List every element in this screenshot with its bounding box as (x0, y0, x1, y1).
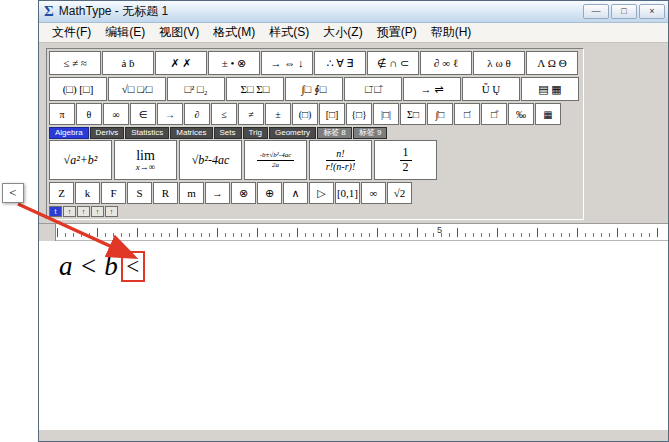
fraction-numerator: 1 (400, 146, 412, 161)
menu-item[interactable]: 预置(P) (370, 22, 424, 43)
template-label: √a²+b² (64, 153, 98, 168)
symbol-button[interactable]: F (101, 182, 126, 204)
symbol-button[interactable]: θ (76, 103, 102, 125)
toolbar-tab[interactable]: Algebra (49, 127, 89, 139)
symbol-button[interactable]: m (179, 182, 204, 204)
palette-button[interactable]: Λ Ω Θ (526, 51, 578, 75)
palette-button[interactable]: ∫□ ∮□ (285, 77, 343, 101)
palette-button[interactable]: → ⇔ ↓ (261, 51, 313, 75)
symbol-button[interactable]: ⊗ (231, 182, 256, 204)
symbol-button[interactable]: [0,1] (335, 182, 360, 204)
template-button-combination[interactable]: n! r!(n-r)! (309, 140, 372, 180)
ruler-origin-box[interactable] (39, 224, 56, 241)
palette-button[interactable]: ▤ ▦ (521, 77, 579, 101)
fraction-numerator: -b±√b²-4ac (257, 151, 295, 160)
symbol-button[interactable]: ∞ (361, 182, 386, 204)
template-button-quadratic-formula[interactable]: -b±√b²-4ac 2a (244, 140, 307, 180)
equation-editing-area[interactable]: a < b < (39, 241, 668, 429)
palette-button[interactable]: ✗ ✗ (155, 51, 207, 75)
toolbar-tab[interactable]: 标签 9 (353, 127, 388, 139)
toolbar-tab[interactable]: Trig (243, 127, 268, 139)
small-nav-button[interactable]: ↑ (105, 206, 118, 217)
symbol-button[interactable]: k (75, 182, 100, 204)
desktop: < Σ MathType - 无标题 1 — □ × 文件(F)编辑(E)视图(… (0, 0, 669, 442)
inserted-symbol: < (126, 254, 139, 280)
symbol-button[interactable]: ∞ (103, 103, 129, 125)
dragged-symbol-box[interactable]: < (2, 183, 24, 203)
palette-button[interactable]: ± • ⊗ (208, 51, 260, 75)
symbol-button[interactable]: ▷ (309, 182, 334, 204)
minimize-button[interactable]: — (583, 4, 609, 19)
palette-button[interactable]: ∂ ∞ ℓ (420, 51, 472, 75)
symbol-button[interactable]: √2 (387, 182, 412, 204)
menu-item[interactable]: 视图(V) (152, 22, 206, 43)
title-bar[interactable]: Σ MathType - 无标题 1 — □ × (39, 1, 668, 23)
menu-bar: 文件(F)编辑(E)视图(V)格式(M)样式(S)大小(Z)预置(P)帮助(H) (39, 23, 668, 43)
menu-item[interactable]: 文件(F) (45, 22, 98, 43)
palette-button[interactable]: → ⇌ (403, 77, 461, 101)
symbol-button[interactable]: ∧ (283, 182, 308, 204)
menu-item[interactable]: 格式(M) (206, 22, 262, 43)
symbol-button[interactable]: → (205, 182, 230, 204)
symbol-button[interactable]: ∫□ (427, 103, 453, 125)
palette-button[interactable]: √□ □⁄□ (108, 77, 166, 101)
palette-button[interactable]: ∴ ∀ ∃ (314, 51, 366, 75)
fraction-denominator: 2 (400, 161, 412, 175)
menu-item[interactable]: 样式(S) (262, 22, 316, 43)
symbol-button[interactable]: ⊕ (257, 182, 282, 204)
fraction-denominator: 2a (257, 161, 295, 169)
symbol-button[interactable]: Σ□ (400, 103, 426, 125)
template-button-limit[interactable]: lim x→∞ (114, 140, 177, 180)
palette-button[interactable]: ȧ ḃ (102, 51, 154, 75)
fraction-denominator: r!(n-r)! (326, 161, 355, 173)
symbol-button[interactable]: ▦ (535, 103, 561, 125)
small-nav-button[interactable]: ↑ (63, 206, 76, 217)
template-label: -b±√b²-4ac 2a (257, 151, 295, 168)
menu-item[interactable]: 编辑(E) (98, 22, 152, 43)
symbol-button[interactable]: ∂ (184, 103, 210, 125)
symbol-button[interactable]: S (127, 182, 152, 204)
small-nav-button[interactable]: ↑ (77, 206, 90, 217)
palette-button[interactable]: ∉ ∩ ⊂ (367, 51, 419, 75)
toolbar-area: ≤ ≠ ≈ȧ ḃ✗ ✗± • ⊗→ ⇔ ↓∴ ∀ ∃∉ ∩ ⊂∂ ∞ ℓλ ω … (39, 43, 668, 223)
small-nav-button[interactable]: ↑ (91, 206, 104, 217)
toolbar-tab[interactable]: Derivs (90, 127, 125, 139)
toolbar-tab[interactable]: Matrices (170, 127, 212, 139)
palette-button[interactable]: Ǖ Ų (462, 77, 520, 101)
toolbar-tab[interactable]: 标签 8 (317, 127, 352, 139)
maximize-button[interactable]: □ (611, 4, 637, 19)
palette-button[interactable]: Σ□ Σ□ (226, 77, 284, 101)
symbol-button[interactable]: ∈ (130, 103, 156, 125)
template-button-one-half[interactable]: 1 2 (374, 140, 437, 180)
symbol-button[interactable]: ≠ (238, 103, 264, 125)
symbol-button[interactable]: Z (49, 182, 74, 204)
menu-item[interactable]: 帮助(H) (424, 22, 479, 43)
template-button-sqrt-sum[interactable]: √a²+b² (49, 140, 112, 180)
template-button-discriminant[interactable]: √b²-4ac (179, 140, 242, 180)
symbol-button[interactable]: □̂ (481, 103, 507, 125)
symbol-button[interactable]: ± (265, 103, 291, 125)
palette-button[interactable]: □̄ □̂ (344, 77, 402, 101)
symbol-button[interactable]: ≤ (211, 103, 237, 125)
palette-button[interactable]: ≤ ≠ ≈ (49, 51, 101, 75)
symbol-button[interactable]: |□| (373, 103, 399, 125)
symbol-button[interactable]: [□] (319, 103, 345, 125)
symbol-button[interactable]: ‰ (508, 103, 534, 125)
palette-button[interactable]: □² □₂ (167, 77, 225, 101)
toolbar-tab[interactable]: Geometry (269, 127, 316, 139)
toolbar-tab[interactable]: Sets (214, 127, 242, 139)
menu-item[interactable]: 大小(Z) (316, 22, 369, 43)
close-button[interactable]: × (639, 4, 665, 19)
symbol-palette-row-2: πθ∞∈→∂≤≠±(□)[□]{□}|□|Σ□∫□□̇□̂‰▦ (49, 103, 581, 125)
symbol-button[interactable]: (□) (292, 103, 318, 125)
symbol-button[interactable]: π (49, 103, 75, 125)
small-nav-button[interactable]: t (49, 206, 62, 217)
palette-button[interactable]: (□) [□] (49, 77, 107, 101)
symbol-button[interactable]: → (157, 103, 183, 125)
symbol-button[interactable]: R (153, 182, 178, 204)
palette-button[interactable]: λ ω θ (473, 51, 525, 75)
symbol-button[interactable]: □̇ (454, 103, 480, 125)
symbol-button[interactable]: {□} (346, 103, 372, 125)
template-label: 1 2 (400, 146, 412, 175)
toolbar-tab[interactable]: Statistics (125, 127, 169, 139)
